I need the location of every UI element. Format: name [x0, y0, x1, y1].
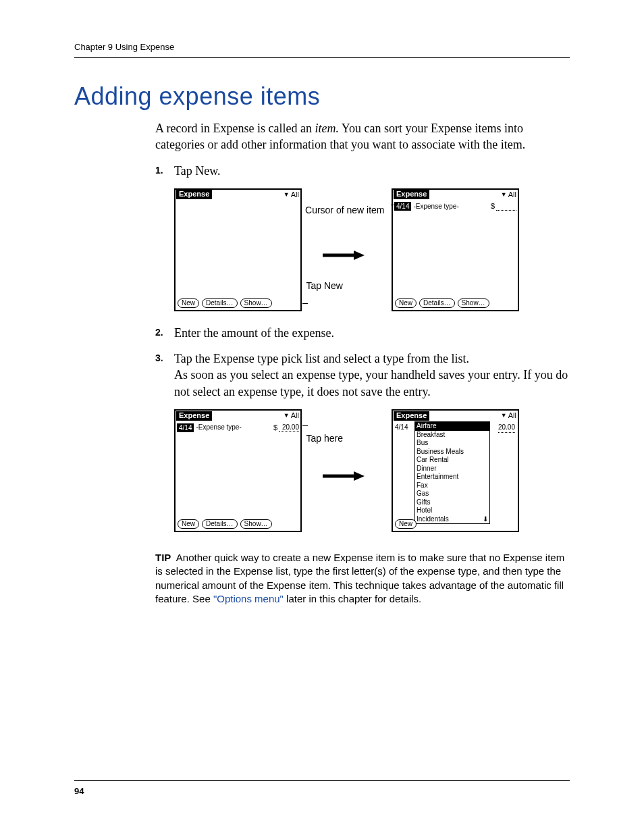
figure-2-annotations: Tap here	[305, 409, 389, 533]
pda-details-button: Details…	[202, 298, 238, 308]
pda-details-button: Details…	[202, 519, 238, 529]
pda-button-bar: New	[395, 519, 417, 529]
step-3-text: Tap the Expense type pick list and selec…	[174, 352, 469, 365]
pda-all-label: All	[508, 190, 516, 199]
tip-block: TIP Another quick way to create a new Ex…	[155, 551, 570, 606]
step-2-text: Enter the amount of the expense.	[174, 326, 334, 340]
pda-title: Expense	[176, 411, 212, 421]
pda-currency: $	[491, 201, 495, 211]
intro-text-1: A record in Expense is called an	[155, 122, 315, 135]
picklist-option: Incidentals	[415, 515, 489, 524]
picklist-option: Bus	[415, 439, 489, 448]
pda-date: 4/14	[394, 202, 411, 211]
pda-screen-amount: Expense ▼ All 4/14 -Expense type- $ 20.0…	[174, 409, 302, 532]
picklist-option: Gifts	[415, 498, 489, 507]
pda-new-button: New	[178, 519, 199, 529]
section-heading: Adding expense items	[74, 82, 570, 111]
pda-new-button: New	[395, 519, 417, 529]
pda-screen-after: Expense ▼ All 4/14 -Expense type- $	[392, 188, 519, 311]
pda-filter-all: ▼ All	[501, 411, 516, 420]
expense-type-picklist: Airfare Breakfast Bus Business Meals Car…	[414, 421, 490, 524]
step-3-number: 3.	[155, 352, 163, 365]
svg-marker-3	[354, 471, 365, 481]
body-column: A record in Expense is called an item. Y…	[155, 120, 570, 606]
page-footer: 94	[74, 780, 570, 796]
pda-title: Expense	[394, 411, 429, 421]
pda-new-item-row: 4/14 -Expense type- $	[394, 202, 516, 211]
pda-details-button: Details…	[419, 298, 455, 308]
pda-button-bar: New Details… Show…	[178, 298, 272, 308]
step-2-number: 2.	[155, 326, 163, 339]
step-3: 3. Tap the Expense type pick list and se…	[155, 350, 570, 533]
pda-date: 4/14	[177, 423, 194, 432]
pda-all-label: All	[508, 411, 516, 420]
pda-item-row: 4/14 -Expense type- $ 20.00	[177, 423, 299, 432]
svg-marker-1	[354, 251, 365, 260]
scroll-down-icon: ⬇	[483, 515, 488, 524]
intro-italic: item.	[315, 122, 339, 135]
pda-amount-value: 20.00	[498, 423, 515, 433]
pda-button-bar: New Details… Show…	[395, 298, 489, 308]
picklist-option: Hotel	[415, 506, 489, 515]
pda-title: Expense	[176, 190, 212, 199]
picklist-option: Fax	[415, 481, 489, 490]
intro-paragraph: A record in Expense is called an item. Y…	[155, 120, 570, 153]
dropdown-triangle-icon: ▼	[501, 411, 507, 420]
page-number: 94	[74, 786, 84, 796]
pda-date: 4/14	[395, 423, 408, 432]
pda-screen-picklist: Expense ▼ All 4/14 20.00 Airfare Breakfa…	[392, 409, 519, 532]
arrow-right-icon	[323, 251, 365, 260]
pda-all-label: All	[291, 190, 299, 199]
pda-show-button: Show…	[240, 519, 272, 529]
tip-link[interactable]: "Options menu"	[213, 593, 284, 604]
pda-show-button: Show…	[240, 298, 272, 308]
pda-filter-all: ▼ All	[284, 190, 299, 199]
dropdown-triangle-icon: ▼	[284, 190, 290, 199]
pda-new-button: New	[178, 298, 199, 308]
step-2: 2. Enter the amount of the expense.	[155, 325, 570, 341]
dropdown-triangle-icon: ▼	[501, 190, 507, 199]
picklist-option: Gas	[415, 490, 489, 498]
pda-filter-all: ▼ All	[501, 190, 516, 199]
tap-new-label: Tap New	[306, 280, 343, 292]
running-header: Chapter 9 Using Expense	[74, 42, 570, 58]
step-1-number: 1.	[155, 164, 163, 177]
step-1-text: Tap New.	[174, 164, 221, 178]
pda-amount-field	[496, 203, 516, 211]
picklist-option: Dinner	[415, 465, 489, 473]
figure-1: Expense ▼ All New Details… Show…	[174, 188, 570, 313]
pda-title: Expense	[394, 190, 429, 199]
pda-type-placeholder: -Expense type-	[196, 423, 241, 432]
tip-label: TIP	[155, 552, 171, 563]
pda-screen-before: Expense ▼ All New Details… Show…	[174, 188, 302, 311]
pda-new-button: New	[395, 298, 417, 308]
pda-filter-all: ▼ All	[284, 411, 299, 420]
annotation-line	[391, 205, 402, 205]
dropdown-triangle-icon: ▼	[284, 411, 290, 420]
arrow-right-icon	[323, 471, 365, 481]
pda-type-placeholder: -Expense type-	[413, 202, 458, 211]
pda-all-label: All	[291, 411, 299, 420]
pda-currency: $	[273, 423, 277, 433]
picklist-option: Breakfast	[415, 431, 489, 440]
tap-here-label: Tap here	[306, 432, 343, 445]
pda-show-button: Show…	[458, 298, 489, 308]
figure-2: Expense ▼ All 4/14 -Expense type- $ 20.0…	[174, 409, 570, 533]
step-1: 1. Tap New. Expense ▼ All New	[155, 163, 570, 313]
pda-amount-value: 20.00	[279, 423, 299, 432]
picklist-selected: Airfare	[415, 422, 489, 431]
tip-text-2: later in this chapter for details.	[284, 593, 421, 604]
picklist-option: Entertainment	[415, 473, 489, 481]
cursor-label: Cursor of new item	[305, 205, 384, 216]
picklist-option: Business Meals	[415, 448, 489, 457]
picklist-option: Car Rental	[415, 456, 489, 465]
pda-button-bar: New Details… Show…	[178, 519, 272, 529]
figure-1-annotations: Cursor of new item Tap New	[305, 188, 389, 313]
step-3-body: As soon as you select an expense type, y…	[174, 367, 570, 400]
